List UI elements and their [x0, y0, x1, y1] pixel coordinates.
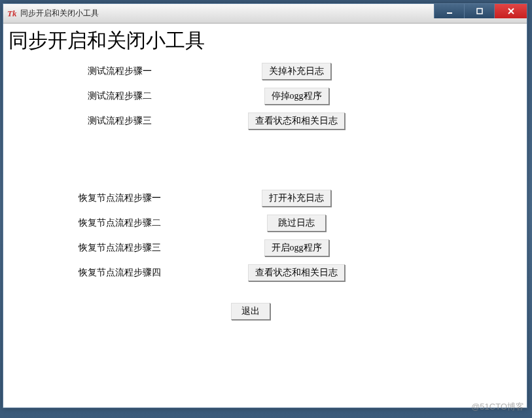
- start-ogg-button[interactable]: 开启ogg程序: [264, 239, 329, 256]
- list-item: 测试流程步骤一 关掉补充日志: [9, 61, 522, 82]
- close-button[interactable]: [494, 4, 527, 18]
- window-title: 同步开启和关闭小工具: [20, 8, 99, 19]
- page-title: 同步开启和关闭小工具: [9, 27, 522, 54]
- step-label: 测试流程步骤二: [9, 90, 231, 102]
- list-item: 测试流程步骤二 停掉ogg程序: [9, 86, 522, 107]
- view-status-log-button[interactable]: 查看状态和相关日志: [248, 113, 345, 130]
- step-label: 恢复节点流程步骤一: [9, 192, 231, 204]
- maximize-button[interactable]: [464, 4, 494, 18]
- step-label: 恢复节点流程步骤二: [9, 217, 231, 229]
- view-status-log-button-2[interactable]: 查看状态和相关日志: [248, 264, 345, 281]
- app-icon: Tk: [7, 9, 18, 19]
- stop-ogg-button[interactable]: 停掉ogg程序: [264, 88, 329, 105]
- list-item: 恢复节点流程步骤一 打开补充日志: [9, 188, 522, 209]
- open-supplementary-log-button[interactable]: 打开补充日志: [262, 190, 331, 207]
- step-label: 恢复节点流程步骤三: [9, 242, 231, 254]
- watermark: @51CTO博客: [471, 401, 524, 413]
- skip-log-button[interactable]: 跳过日志: [267, 215, 326, 232]
- titlebar[interactable]: Tk 同步开启和关闭小工具: [3, 4, 527, 24]
- list-item: 恢复节点流程步骤四 查看状态和相关日志: [9, 262, 522, 283]
- step-label: 测试流程步骤一: [9, 65, 231, 77]
- list-item: 测试流程步骤三 查看状态和相关日志: [9, 111, 522, 131]
- window-controls: [434, 4, 527, 18]
- step-label: 恢复节点流程步骤四: [9, 267, 231, 279]
- client-area: 同步开启和关闭小工具 测试流程步骤一 关掉补充日志 测试流程步骤二 停掉ogg程…: [3, 24, 527, 321]
- step-label: 测试流程步骤三: [9, 115, 231, 127]
- app-window: Tk 同步开启和关闭小工具 同步开启和关闭小工具 测试流程步骤一 关掉补充日志 …: [3, 3, 527, 408]
- svg-rect-1: [477, 9, 482, 14]
- minimize-button[interactable]: [434, 4, 464, 18]
- list-item: 恢复节点流程步骤三 开启ogg程序: [9, 237, 522, 258]
- close-supplementary-log-button[interactable]: 关掉补充日志: [262, 63, 331, 80]
- list-item: 恢复节点流程步骤二 跳过日志: [9, 213, 522, 234]
- exit-button[interactable]: 退出: [231, 303, 270, 320]
